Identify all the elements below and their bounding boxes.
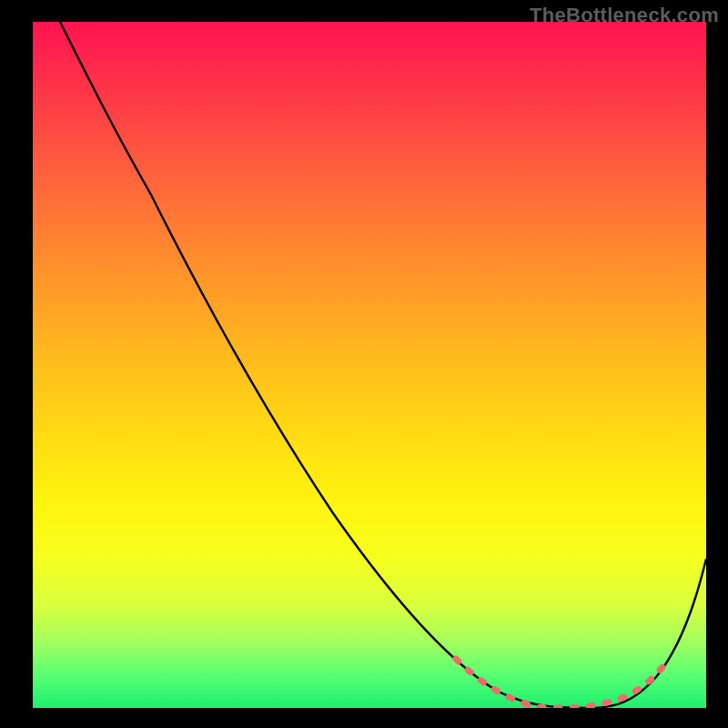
bottleneck-curve-path [60,22,706,708]
watermark-text: TheBottleneck.com [530,4,719,27]
bottleneck-curve-svg [33,22,706,708]
plot-area [33,22,706,708]
chart-frame: TheBottleneck.com [0,0,728,728]
